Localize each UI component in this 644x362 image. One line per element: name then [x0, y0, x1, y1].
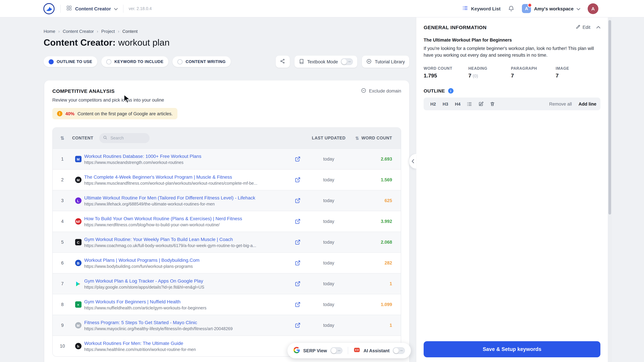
- mode-label: KEYWORD TO INCLUDE: [114, 59, 164, 64]
- chevron-up-icon[interactable]: [596, 26, 600, 28]
- result-text: Gym Workouts For Beginners | Nuffield He…: [84, 299, 288, 310]
- tutorial-library-label: Tutorial Library: [375, 59, 405, 64]
- page-title-prefix: Content Creator:: [44, 37, 116, 48]
- save-setup-keywords-button[interactable]: Save & Setup keywords: [424, 341, 600, 357]
- heading-h4-button[interactable]: H4: [452, 100, 463, 108]
- notifications-bell-icon[interactable]: [508, 5, 515, 12]
- page-title: Content Creator:workout plan: [44, 37, 170, 48]
- breadcrumb-separator-icon: ›: [97, 29, 98, 34]
- breadcrumb-separator-icon: ›: [58, 29, 60, 34]
- share-button[interactable]: [276, 56, 290, 68]
- articles-alert: ! 40% Content on the first page of Googl…: [52, 108, 177, 119]
- result-title-link[interactable]: Workout Routines For Men: The Ultimate G…: [84, 340, 286, 346]
- edit-button[interactable]: Edit: [576, 24, 590, 30]
- result-title-link[interactable]: Gym Workout Plan & Log Tracker - Apps On…: [84, 278, 286, 283]
- document-title: The Ultimate Workout Plan for Beginners: [424, 37, 600, 42]
- workspace-switcher[interactable]: A Amy's workspace: [522, 4, 580, 13]
- external-link-icon[interactable]: [288, 323, 307, 328]
- mode-content-writing[interactable]: CONTENT WRITING: [172, 56, 231, 67]
- table-row: 7Gym Workout Plan & Log Tracker - Apps O…: [53, 273, 401, 294]
- stat-value: 1.795: [424, 73, 468, 79]
- result-text: Workout Routines For Men: The Ultimate G…: [84, 340, 288, 352]
- edit-label: Edit: [582, 25, 590, 30]
- keyword-list-button[interactable]: Keyword List: [462, 5, 500, 12]
- textbook-mode-toggle[interactable]: [341, 58, 353, 65]
- external-link-icon[interactable]: [288, 281, 307, 287]
- result-title-link[interactable]: Fitness Program: 5 Steps To Get Started …: [84, 320, 286, 325]
- stat-label: PARAGRAPH: [511, 66, 556, 70]
- app-logo-icon[interactable]: [43, 2, 55, 14]
- exclude-domain-button[interactable]: Exclude domain: [361, 88, 401, 94]
- table-search[interactable]: [99, 133, 150, 143]
- result-url: https://www.muscleandstrength.com/workou…: [84, 160, 286, 165]
- table-row: 4NFHow To Build Your Own Workout Routine…: [53, 211, 401, 232]
- serp-view-control: SERP View: [294, 347, 342, 355]
- heading-h3-button[interactable]: H3: [440, 100, 451, 108]
- row-rank: 7: [53, 281, 72, 286]
- tutorial-library-button[interactable]: Tutorial Library: [362, 56, 409, 68]
- competitive-analysis-card: COMPETITIVE ANALYSIS Exclude domain Revi…: [44, 80, 409, 362]
- external-link-icon[interactable]: [288, 239, 307, 245]
- outline-content-area[interactable]: [424, 110, 600, 318]
- result-text: Gym Workout Routine: Your Weekly Plan To…: [84, 237, 288, 248]
- general-information-panel: GENERAL INFORMATION Edit The Ultimate Wo…: [416, 17, 608, 362]
- page-scrollbar[interactable]: [608, 17, 612, 362]
- word-count-value: 1: [350, 323, 401, 328]
- breadcrumb-item-content-creator[interactable]: Content Creator: [63, 29, 94, 34]
- stat-image: IMAGE7: [556, 66, 600, 79]
- workspace-avatar: A: [522, 4, 531, 13]
- exclude-domain-label: Exclude domain: [369, 88, 401, 93]
- result-url: https://www.muscleandfitness.com/workout…: [84, 181, 286, 186]
- result-url: https://www.nerdfitness.com/blog/how-to-…: [84, 222, 286, 227]
- ai-assistant-toggle[interactable]: [393, 347, 405, 354]
- mode-outline-to-use[interactable]: OUTLINE TO USE: [44, 56, 97, 67]
- user-avatar[interactable]: A: [588, 3, 598, 14]
- search-input[interactable]: [110, 135, 144, 141]
- favicon-glyph: B: [75, 260, 81, 266]
- stat-label: HEADING: [468, 66, 511, 70]
- word-count-value: 1: [350, 281, 401, 286]
- radio-selected-icon: [49, 59, 54, 64]
- trash-icon-button[interactable]: [487, 99, 498, 109]
- table-row: 1MWorkout Routines Database: 1000+ Free …: [53, 148, 401, 169]
- external-link-icon[interactable]: [288, 260, 307, 266]
- result-url: https://www.nuffieldhealth.com/article/g…: [84, 306, 286, 310]
- result-title-link[interactable]: How To Build Your Own Workout Routine (P…: [84, 216, 286, 221]
- bullet-list-icon-button[interactable]: [464, 99, 474, 109]
- add-line-button[interactable]: Add line: [578, 101, 596, 106]
- external-link-icon[interactable]: [288, 156, 307, 162]
- scrollbar-thumb[interactable]: [608, 20, 611, 215]
- external-link-icon[interactable]: [288, 198, 307, 203]
- app-switcher[interactable]: Content Creator: [66, 5, 118, 12]
- edit-line-icon-button[interactable]: [476, 99, 486, 109]
- info-icon[interactable]: i: [448, 88, 453, 93]
- site-favicon: NF: [72, 218, 84, 225]
- serp-view-toggle[interactable]: [330, 347, 342, 354]
- mode-keyword-to-include[interactable]: KEYWORD TO INCLUDE: [101, 56, 168, 67]
- stat-value: 7: [511, 73, 556, 79]
- result-title-link[interactable]: Workout Plans | Workout Programs | Bodyb…: [84, 257, 286, 263]
- heading-h2-button[interactable]: H2: [428, 100, 438, 108]
- external-link-icon[interactable]: [288, 302, 307, 307]
- stat-word-count: WORD COUNT1.795: [424, 66, 468, 79]
- result-title-link[interactable]: Gym Workouts For Beginners | Nuffield He…: [84, 299, 286, 304]
- result-title-link[interactable]: Workout Routines Database: 1000+ Free Wo…: [84, 153, 286, 159]
- external-link-icon[interactable]: [288, 219, 307, 224]
- stat-value: 7: [556, 73, 600, 79]
- remove-all-button[interactable]: Remove all: [549, 101, 572, 106]
- external-link-icon[interactable]: [288, 177, 307, 183]
- serp-view-label: SERP View: [303, 348, 327, 353]
- share-icon: [280, 58, 286, 65]
- search-icon: [103, 135, 107, 141]
- outline-title: OUTLINE: [424, 88, 445, 93]
- result-title-link[interactable]: The Complete 4-Week Beginner's Workout P…: [84, 174, 286, 179]
- sort-rows-icon[interactable]: ⇅: [53, 135, 72, 141]
- column-word-count[interactable]: ⇅WORD COUNT: [350, 136, 401, 141]
- favicon-glyph: L: [75, 197, 81, 204]
- result-title-link[interactable]: Ultimate Workout Routine For Men (Tailor…: [84, 195, 286, 200]
- breadcrumb-item-project[interactable]: Project: [101, 29, 115, 34]
- breadcrumb-item-home[interactable]: Home: [44, 29, 55, 34]
- collapse-panel-handle[interactable]: [409, 153, 416, 169]
- result-title-link[interactable]: Gym Workout Routine: Your Weekly Plan To…: [84, 237, 286, 242]
- table-row: 8+Gym Workouts For Beginners | Nuffield …: [53, 294, 401, 315]
